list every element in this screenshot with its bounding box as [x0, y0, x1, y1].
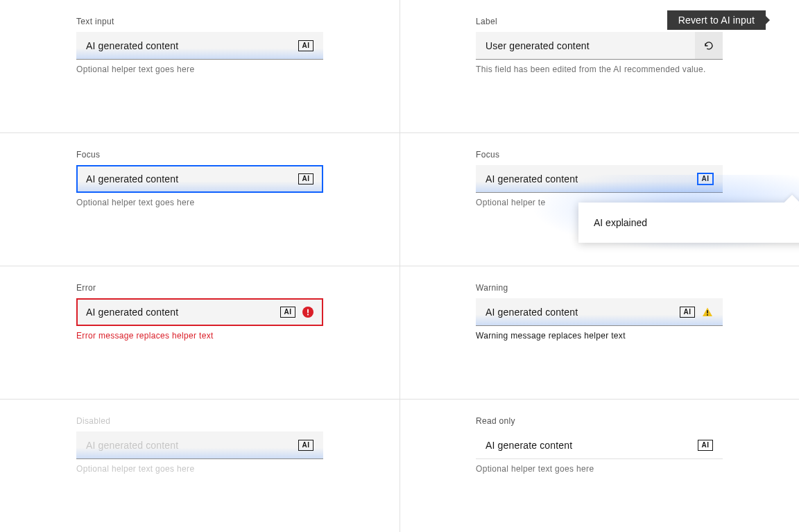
text-input-field[interactable]: AI generated content AI — [76, 32, 323, 60]
text-input-value: AI generate content — [486, 440, 698, 451]
text-input-value: User generated content — [486, 40, 685, 51]
undo-icon — [703, 40, 714, 51]
field-label: Warning — [476, 283, 799, 293]
helper-text: This field has been edited from the AI r… — [476, 64, 723, 75]
field-label: Read only — [476, 416, 799, 426]
text-input-value: AI generated content — [86, 307, 280, 318]
popover-text: AI explained — [594, 217, 647, 228]
text-input-field: AI generated content AI — [76, 431, 323, 459]
cell-warning: Warning AI generated content AI Warning … — [400, 266, 799, 400]
error-icon — [302, 307, 313, 318]
text-input-field[interactable]: AI generated content AI — [76, 298, 323, 326]
ai-icon[interactable]: AI — [698, 173, 713, 185]
cell-text-input: Text input AI generated content AI Optio… — [0, 0, 400, 133]
cell-user-edited: Revert to AI input Label User generated … — [400, 0, 799, 133]
warning-message: Warning message replaces helper text — [476, 330, 723, 341]
text-input-value: AI generated content — [86, 173, 298, 185]
text-input-field[interactable]: AI generated content AI — [476, 298, 723, 326]
svg-point-2 — [307, 314, 309, 315]
helper-text: Optional helper text goes here — [76, 64, 323, 75]
revert-tooltip: Revert to AI input — [667, 10, 766, 30]
error-message: Error message replaces helper text — [76, 330, 323, 341]
revert-button[interactable] — [695, 32, 723, 60]
field-label: Text input — [76, 17, 400, 26]
helper-text: Optional helper text goes here — [76, 463, 323, 474]
ai-icon[interactable]: AI — [298, 40, 313, 51]
ai-icon: AI — [298, 440, 313, 451]
text-input-field[interactable]: AI generated content AI — [476, 165, 723, 193]
ai-icon[interactable]: AI — [298, 173, 313, 185]
field-label: Focus — [476, 150, 799, 160]
text-input-field[interactable]: AI generated content AI — [76, 165, 323, 193]
cell-focus-left: Focus AI generated content AI Optional h… — [0, 133, 400, 266]
vertical-divider — [400, 0, 400, 532]
text-input-value: AI generated content — [486, 307, 680, 318]
cell-focus-right: Focus AI generated content AI Optional h… — [400, 133, 799, 266]
helper-text: Optional helper text goes here — [476, 463, 723, 474]
text-input-value: AI generated content — [86, 440, 298, 451]
ai-icon[interactable]: AI — [280, 307, 295, 318]
cell-error: Error AI generated content AI Error mess… — [0, 266, 400, 400]
svg-rect-3 — [707, 310, 708, 314]
text-input-field[interactable]: User generated content — [476, 32, 695, 60]
svg-rect-1 — [307, 309, 309, 313]
text-input-value: AI generated content — [486, 173, 698, 185]
cell-readonly: Read only AI generate content AI Optiona… — [400, 400, 799, 532]
ai-icon[interactable]: AI — [698, 440, 713, 451]
warning-icon — [702, 307, 713, 318]
svg-point-4 — [707, 314, 708, 316]
field-label: Disabled — [76, 416, 400, 426]
field-label: Error — [76, 283, 400, 293]
helper-text: Optional helper text goes here — [76, 197, 323, 208]
cell-disabled: Disabled AI generated content AI Optiona… — [0, 400, 400, 532]
user-edited-field: User generated content — [476, 32, 723, 60]
text-input-field: AI generate content AI — [476, 431, 723, 459]
ai-icon[interactable]: AI — [680, 307, 695, 318]
text-input-value: AI generated content — [86, 40, 298, 51]
field-label: Focus — [76, 150, 400, 160]
ai-explained-popover[interactable]: AI explained — [578, 203, 799, 243]
